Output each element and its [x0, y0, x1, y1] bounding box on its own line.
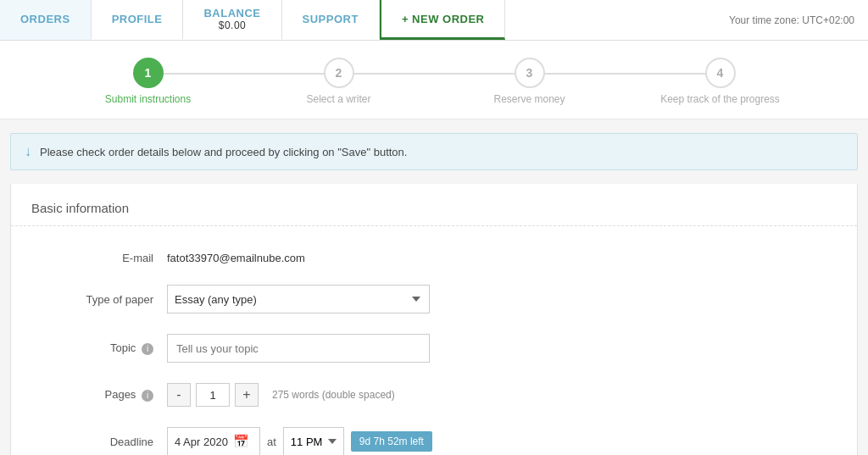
nav-balance[interactable]: BALANCE $0.00	[183, 0, 281, 40]
nav-orders[interactable]: ORDERS	[0, 0, 92, 40]
topic-label: Topic i	[31, 341, 167, 355]
step-label-2: Select a writer	[306, 93, 370, 105]
step-writer: 2 Select a writer	[243, 58, 434, 105]
timezone-label: Your time zone: UTC+02:00	[729, 14, 854, 26]
step-label-3: Reserve money	[493, 93, 565, 105]
pages-label: Pages i	[31, 388, 167, 402]
step-reserve: 3 Reserve money	[434, 58, 625, 105]
nav-orders-label: ORDERS	[20, 13, 70, 25]
paper-type-select[interactable]: Essay (any type) Research Paper Term Pap…	[167, 285, 430, 314]
nav-timezone: Your time zone: UTC+02:00	[715, 0, 868, 40]
nav-support-label: SUPPORT	[303, 13, 359, 25]
paper-type-label: Type of paper	[31, 293, 167, 306]
step-label-4: Keep track of the progress	[660, 93, 780, 105]
nav-support[interactable]: SUPPORT	[282, 0, 380, 40]
notice-arrow-icon: ↓	[25, 144, 31, 159]
deadline-date-input[interactable]: 4 Apr 2020 📅	[167, 427, 260, 455]
step-submit: 1 Submit instructions	[53, 58, 243, 105]
pages-words-info: 275 words (double spaced)	[272, 389, 395, 401]
pages-row: Pages i - 1 + 275 words (double spaced)	[11, 375, 857, 415]
topic-input[interactable]	[167, 334, 430, 363]
topic-row: Topic i	[11, 325, 857, 371]
topic-info-icon: i	[142, 343, 153, 355]
main-content: Basic information E-mail fatot33970@emai…	[10, 184, 858, 455]
step-label-1: Submit instructions	[105, 93, 191, 105]
pages-plus-btn[interactable]: +	[235, 383, 259, 407]
deadline-label: Deadline	[31, 436, 167, 448]
time-left-badge: 9d 7h 52m left	[351, 431, 432, 452]
nav-new-order[interactable]: + NEW ORDER	[380, 0, 506, 40]
pages-count: 1	[196, 383, 230, 407]
email-row: E-mail fatot33970@emailnube.com	[11, 243, 857, 273]
email-label: E-mail	[31, 252, 167, 264]
step-circle-4: 4	[705, 58, 736, 88]
at-label: at	[267, 436, 276, 448]
section-title: Basic information	[11, 201, 857, 226]
deadline-date-value: 4 Apr 2020	[175, 436, 228, 448]
nav-balance-amount: $0.00	[219, 19, 247, 31]
paper-type-row: Type of paper Essay (any type) Research …	[11, 276, 857, 322]
deadline-time-select[interactable]: 11 PM 12 AM 1 AM	[283, 427, 344, 455]
nav-profile[interactable]: PROFILE	[92, 0, 184, 40]
pages-info-icon: i	[142, 390, 153, 402]
notice-bar: ↓ Please check order details below and p…	[10, 133, 858, 170]
deadline-group: 4 Apr 2020 📅 at 11 PM 12 AM 1 AM 9d 7h 5…	[167, 427, 432, 455]
step-circle-2: 2	[324, 58, 354, 88]
step-circle-1: 1	[133, 58, 164, 88]
pages-minus-btn[interactable]: -	[167, 383, 191, 407]
nav-spacer	[505, 0, 715, 40]
nav-profile-label: PROFILE	[112, 13, 163, 25]
stepper-container: 1 Submit instructions 2 Select a writer …	[0, 41, 868, 119]
step-track: 4 Keep track of the progress	[625, 58, 815, 105]
pages-stepper: - 1 + 275 words (double spaced)	[167, 383, 395, 407]
nav-bar: ORDERS PROFILE BALANCE $0.00 SUPPORT + N…	[0, 0, 868, 41]
deadline-row: Deadline 4 Apr 2020 📅 at 11 PM 12 AM 1 A…	[11, 419, 857, 455]
nav-new-order-label: + NEW ORDER	[402, 13, 485, 25]
calendar-icon: 📅	[233, 434, 249, 449]
stepper: 1 Submit instructions 2 Select a writer …	[53, 58, 815, 105]
nav-balance-label: BALANCE	[203, 7, 260, 19]
notice-text: Please check order details below and pro…	[40, 146, 407, 158]
step-circle-3: 3	[515, 58, 545, 88]
email-value: fatot33970@emailnube.com	[167, 252, 305, 264]
